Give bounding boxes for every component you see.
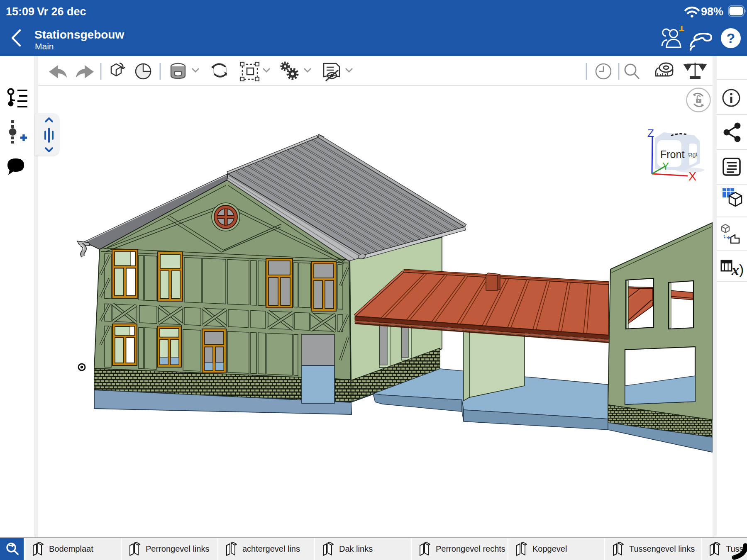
svg-text:x: x (731, 262, 739, 278)
svg-text:Y: Y (662, 161, 669, 172)
svg-text:X: X (688, 170, 696, 183)
svg-text:Rgt: Rgt (688, 151, 698, 158)
svg-text:1: 1 (679, 26, 684, 33)
svg-text:Front: Front (660, 149, 684, 160)
svg-text:Z: Z (647, 127, 654, 139)
svg-text:): ) (739, 261, 744, 277)
